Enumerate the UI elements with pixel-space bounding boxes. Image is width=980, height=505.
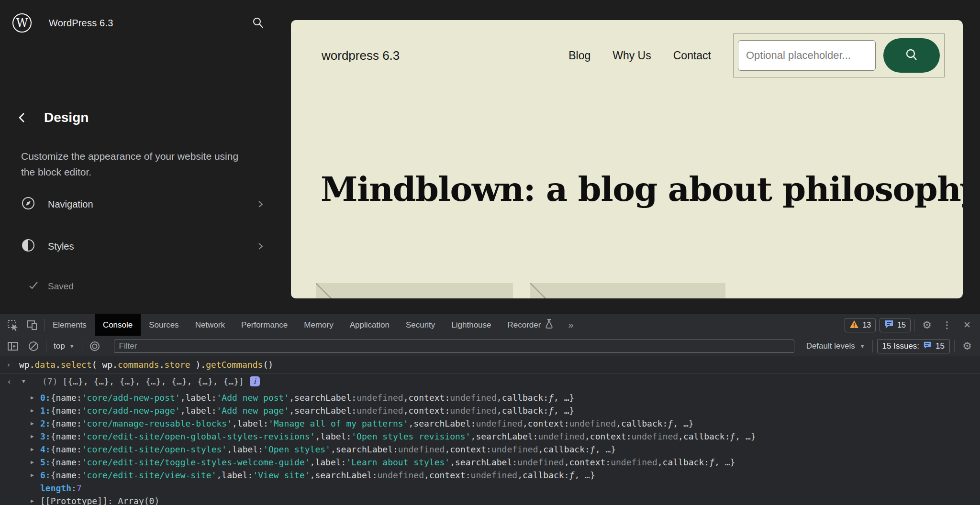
expand-triangle-icon[interactable]: ▶ xyxy=(31,420,34,427)
context-selector[interactable]: top ▼ xyxy=(51,341,78,351)
console-token: callback xyxy=(683,431,725,441)
console-token: , …} xyxy=(714,457,735,467)
expand-triangle-icon[interactable]: ▶ xyxy=(31,446,34,452)
array-item-row[interactable]: ▶2: {name: 'core/manage-reusable-blocks'… xyxy=(0,417,980,430)
live-expression-eye-icon[interactable] xyxy=(87,338,103,354)
console-token: : xyxy=(351,406,356,416)
console-token: , xyxy=(310,457,315,467)
more-tabs-button[interactable]: » xyxy=(561,314,580,336)
console-token: , xyxy=(523,418,528,428)
console-token: , xyxy=(450,457,455,467)
console-token: { xyxy=(51,406,56,416)
console-token: : xyxy=(258,444,263,454)
site-nav-link-blog[interactable]: Blog xyxy=(568,49,590,62)
console-token: , xyxy=(180,393,186,403)
tab-elements[interactable]: Elements xyxy=(45,314,95,336)
console-token: , …} xyxy=(595,444,616,454)
tab-console[interactable]: Console xyxy=(95,314,141,336)
array-length-row[interactable]: length: 7 xyxy=(0,482,980,494)
console-settings-gear-icon[interactable]: ⚙ xyxy=(959,338,975,354)
prototype-row[interactable]: ▶[[Prototype]]: Array(0) xyxy=(0,494,980,505)
site-header: wordpress 6.3 BlogWhy UsContact xyxy=(322,20,945,91)
design-menu: Navigation Styles xyxy=(13,190,272,274)
close-icon[interactable]: ✕ xyxy=(959,317,975,333)
tab-security[interactable]: Security xyxy=(398,314,443,336)
site-nav-link-contact[interactable]: Contact xyxy=(673,49,711,62)
console-token: , xyxy=(232,418,237,428)
tab-lighthouse[interactable]: Lighthouse xyxy=(443,314,499,336)
back-chevron-icon[interactable] xyxy=(17,111,27,124)
array-item-row[interactable]: ▶5: {name: 'core/edit-site/toggle-styles… xyxy=(0,456,980,469)
tab-label: Recorder xyxy=(508,320,541,330)
console-token: undefined xyxy=(356,393,403,403)
console-token: : xyxy=(77,393,82,403)
sidebar-item-styles[interactable]: Styles xyxy=(13,232,272,260)
console-sidebar-toggle-icon[interactable] xyxy=(5,338,21,354)
inspect-element-icon[interactable] xyxy=(5,317,21,333)
array-item-row[interactable]: ▶6: {name: 'core/edit-site/view-site', l… xyxy=(0,469,980,482)
console-token: 'core/edit-site/open-global-styles-revis… xyxy=(82,431,315,441)
sidebar-item-navigation[interactable]: Navigation xyxy=(13,190,272,218)
site-search-input[interactable] xyxy=(738,40,876,71)
console-command-row[interactable]: › wp.data.select( wp.commands.store ).ge… xyxy=(0,356,980,373)
kebab-menu-icon[interactable]: ⋮ xyxy=(939,317,955,333)
console-token: callback xyxy=(621,418,663,428)
array-item-row[interactable]: ▶4: {name: 'core/edit-site/open-styles',… xyxy=(0,443,980,456)
console-token: : xyxy=(704,457,709,467)
device-toolbar-icon[interactable] xyxy=(24,317,40,333)
console-result-row[interactable]: ‹ ▼ (7) [{…}, {…}, {…}, {…}, {…}, {…}, {… xyxy=(0,373,980,389)
wordpress-logo-icon[interactable]: W xyxy=(12,13,32,33)
console-token: , xyxy=(180,406,186,416)
console-token: undefined xyxy=(491,444,538,454)
expand-triangle-icon[interactable]: ▶ xyxy=(31,498,34,504)
console-token: searchLabel xyxy=(336,444,393,454)
tab-memory[interactable]: Memory xyxy=(296,314,341,336)
expand-triangle-icon[interactable]: ▶ xyxy=(31,395,34,401)
console-token: 6: xyxy=(40,470,51,480)
collapse-triangle-icon[interactable]: ▼ xyxy=(22,378,25,384)
tab-network[interactable]: Network xyxy=(187,314,233,336)
array-item-row[interactable]: ▶1: {name: 'core/add-new-page', label: '… xyxy=(0,404,980,417)
tab-recorder[interactable]: Recorder xyxy=(500,314,562,336)
array-item-row[interactable]: ▶0: {name: 'core/add-new-post', label: '… xyxy=(0,391,980,404)
expand-triangle-icon[interactable]: ▶ xyxy=(31,433,34,439)
console-token: : xyxy=(77,406,82,416)
site-nav-link-why-us[interactable]: Why Us xyxy=(612,49,651,62)
tab-application[interactable]: Application xyxy=(342,314,398,336)
messages-badge[interactable]: 15 xyxy=(880,318,911,332)
console-token: 'Add new post' xyxy=(217,393,290,403)
warnings-badge[interactable]: 13 xyxy=(845,318,876,332)
console-token: context xyxy=(450,444,486,454)
console-token: 'Open styles revisions' xyxy=(351,431,470,441)
expand-triangle-icon[interactable]: ▶ xyxy=(31,472,34,478)
issues-counter[interactable]: 15 Issues: 15 xyxy=(877,339,950,353)
console-token: { xyxy=(51,431,56,441)
console-token: name xyxy=(56,431,77,441)
context-selector-value: top xyxy=(54,341,65,351)
expand-triangle-icon[interactable]: ▶ xyxy=(31,407,34,414)
tab-label: Lighthouse xyxy=(451,320,491,330)
issues-label: 15 Issues: xyxy=(882,341,920,351)
array-item-row[interactable]: ▶3: {name: 'core/edit-site/open-global-s… xyxy=(0,430,980,443)
console-token: callback xyxy=(523,470,564,480)
site-preview-frame[interactable]: wordpress 6.3 BlogWhy UsContact Mindblow… xyxy=(291,20,963,298)
site-title[interactable]: wordpress 6.3 xyxy=(322,48,400,63)
tab-performance[interactable]: Performance xyxy=(233,314,296,336)
console-token: undefined xyxy=(450,406,497,416)
messages-count: 15 xyxy=(897,321,906,329)
info-badge-icon[interactable]: i xyxy=(250,376,260,386)
settings-gear-icon[interactable]: ⚙ xyxy=(919,317,935,333)
console-token: 'core/manage-reusable-blocks' xyxy=(82,418,232,428)
return-value-icon: ‹ xyxy=(7,376,12,386)
tab-sources[interactable]: Sources xyxy=(141,314,187,336)
search-icon[interactable] xyxy=(250,15,266,31)
log-levels-dropdown[interactable]: Default levels ▼ xyxy=(803,341,868,351)
clear-console-icon[interactable] xyxy=(25,338,42,354)
expand-triangle-icon[interactable]: ▶ xyxy=(31,459,34,465)
array-length-preview: (7) xyxy=(42,376,58,386)
console-token: 'Add new page' xyxy=(217,406,290,416)
console-token: : xyxy=(445,406,450,416)
console-filter-input[interactable] xyxy=(114,340,794,353)
site-search-button[interactable] xyxy=(883,38,940,73)
tab-label: Application xyxy=(350,320,390,330)
